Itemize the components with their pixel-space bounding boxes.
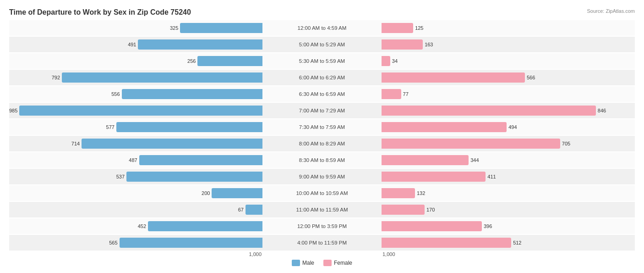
male-value: 200 xyxy=(202,190,210,196)
table-row: 487 8:30 AM to 8:59 AM 344 xyxy=(9,152,635,168)
table-row: 491 5:00 AM to 5:29 AM 163 xyxy=(9,37,635,52)
table-row: 792 6:00 AM to 6:29 AM 566 xyxy=(9,70,635,85)
male-bar xyxy=(246,205,262,215)
table-row: 325 12:00 AM to 4:59 AM 125 xyxy=(9,20,635,36)
male-value: 491 xyxy=(128,42,136,47)
male-bar xyxy=(19,106,262,116)
male-bar xyxy=(122,89,262,99)
legend-male-label: Male xyxy=(302,260,314,266)
right-half: 125 xyxy=(382,20,635,36)
male-bar-wrap: 256 xyxy=(9,53,262,69)
male-bar xyxy=(126,172,262,182)
female-bar xyxy=(382,72,525,83)
right-half: 132 xyxy=(382,185,635,201)
male-value: 714 xyxy=(71,141,80,146)
male-value: 67 xyxy=(238,207,244,212)
table-row: 537 9:00 AM to 9:59 AM 411 xyxy=(9,169,635,184)
left-half: 491 xyxy=(9,37,262,52)
left-half: 67 xyxy=(9,202,262,217)
female-bar xyxy=(382,89,401,99)
female-value: 132 xyxy=(417,190,425,196)
male-bar-wrap: 491 xyxy=(9,37,262,52)
left-half: 200 xyxy=(9,185,262,201)
right-half: 34 xyxy=(382,53,635,69)
female-bar-wrap: 396 xyxy=(382,218,635,234)
female-bar xyxy=(382,56,390,66)
right-half: 163 xyxy=(382,37,635,52)
female-bar xyxy=(382,106,596,116)
female-value: 494 xyxy=(508,124,517,130)
male-bar xyxy=(139,155,262,165)
right-half: 494 xyxy=(382,119,635,135)
female-bar xyxy=(382,122,507,132)
left-half: 577 xyxy=(9,119,262,135)
female-bar xyxy=(382,188,415,198)
male-value: 537 xyxy=(116,174,125,179)
chart-container: Time of Departure to Work by Sex in Zip … xyxy=(0,0,644,273)
male-bar-wrap: 200 xyxy=(9,185,262,201)
female-bar-wrap: 705 xyxy=(382,136,635,151)
female-bar-wrap: 170 xyxy=(382,202,635,217)
female-bar xyxy=(382,172,486,182)
time-label: 4:00 PM to 11:59 PM xyxy=(262,240,382,245)
male-bar xyxy=(148,221,262,231)
female-value: 77 xyxy=(403,91,409,97)
right-half: 77 xyxy=(382,86,635,102)
female-value: 411 xyxy=(487,174,496,179)
female-value: 566 xyxy=(527,75,535,80)
right-half: 344 xyxy=(382,152,635,168)
time-label: 8:30 AM to 8:59 AM xyxy=(262,157,382,163)
male-bar xyxy=(180,23,262,33)
male-bar-wrap: 565 xyxy=(9,235,262,251)
time-label: 6:30 AM to 6:59 AM xyxy=(262,91,382,97)
female-bar-wrap: 132 xyxy=(382,185,635,201)
female-bar xyxy=(382,155,469,165)
left-half: 325 xyxy=(9,20,262,36)
axis-row: 1,000 1,000 xyxy=(9,251,635,257)
female-bar xyxy=(382,39,423,50)
male-bar xyxy=(138,39,262,50)
female-bar-wrap: 163 xyxy=(382,37,635,52)
female-bar-wrap: 411 xyxy=(382,169,635,184)
male-bar-wrap: 325 xyxy=(9,20,262,36)
right-half: 512 xyxy=(382,235,635,251)
left-half: 556 xyxy=(9,86,262,102)
female-bar xyxy=(382,139,560,149)
table-row: 714 8:00 AM to 8:29 AM 705 xyxy=(9,136,635,151)
male-bar-wrap: 537 xyxy=(9,169,262,184)
axis-right-label: 1,000 xyxy=(382,251,635,257)
table-row: 577 7:30 AM to 7:59 AM 494 xyxy=(9,119,635,135)
female-bar-wrap: 77 xyxy=(382,86,635,102)
time-label: 5:30 AM to 5:59 AM xyxy=(262,58,382,64)
female-value: 125 xyxy=(415,25,423,31)
left-half: 565 xyxy=(9,235,262,251)
legend-female: Female xyxy=(323,260,352,266)
time-label: 11:00 AM to 11:59 AM xyxy=(262,207,382,212)
female-value: 170 xyxy=(426,207,435,212)
female-bar-wrap: 566 xyxy=(382,70,635,85)
table-row: 452 12:00 PM to 3:59 PM 396 xyxy=(9,218,635,234)
table-row: 565 4:00 PM to 11:59 PM 512 xyxy=(9,235,635,251)
left-half: 985 xyxy=(9,103,262,118)
female-value: 163 xyxy=(425,42,433,47)
time-label: 12:00 AM to 4:59 AM xyxy=(262,25,382,31)
right-half: 846 xyxy=(382,103,635,118)
female-bar-wrap: 846 xyxy=(382,103,635,118)
time-label: 7:30 AM to 7:59 AM xyxy=(262,124,382,130)
left-half: 714 xyxy=(9,136,262,151)
female-bar xyxy=(382,238,511,248)
time-label: 9:00 AM to 9:59 AM xyxy=(262,174,382,179)
time-label: 8:00 AM to 8:29 AM xyxy=(262,141,382,146)
right-half: 566 xyxy=(382,70,635,85)
legend-male: Male xyxy=(292,260,314,266)
legend-male-color xyxy=(292,260,300,266)
male-value: 325 xyxy=(170,25,178,31)
male-value: 256 xyxy=(187,58,196,64)
male-bar-wrap: 556 xyxy=(9,86,262,102)
female-bar-wrap: 125 xyxy=(382,20,635,36)
male-bar xyxy=(212,188,262,198)
female-bar-wrap: 344 xyxy=(382,152,635,168)
female-value: 344 xyxy=(470,157,479,163)
male-bar-wrap: 714 xyxy=(9,136,262,151)
rows-wrapper: 325 12:00 AM to 4:59 AM 125 491 5:00 AM … xyxy=(9,20,635,251)
